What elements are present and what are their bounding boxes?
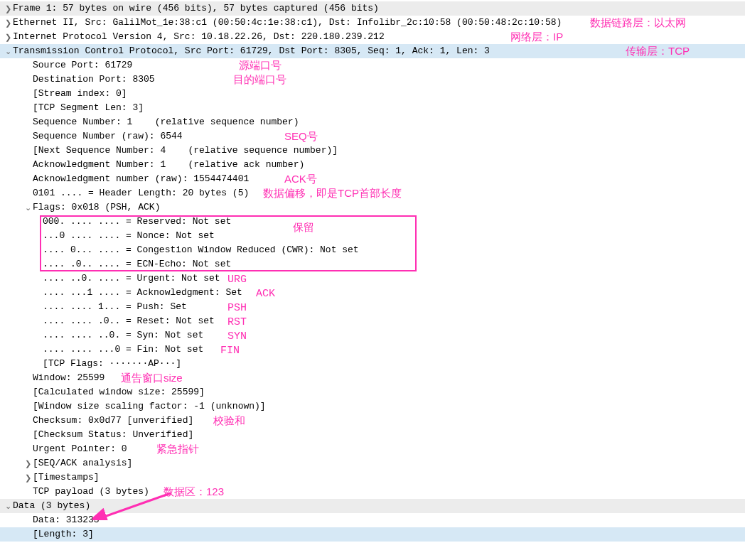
flag-nonce-row[interactable]: ...0 .... .... = Nonce: Not set bbox=[0, 229, 745, 243]
data-length-row[interactable]: [Length: 3] bbox=[0, 527, 745, 542]
flag-cwr-text: .... 0... .... = Congestion Window Reduc… bbox=[43, 243, 359, 257]
ethernet-row[interactable]: ❯ Ethernet II, Src: GalilMot_1e:38:c1 (0… bbox=[0, 16, 745, 30]
chevron-down-icon[interactable]: ⌄ bbox=[3, 44, 13, 58]
calc-window-text: [Calculated window size: 25599] bbox=[33, 385, 205, 399]
source-port-text: Source Port: 61729 bbox=[33, 58, 132, 72]
timestamps-text: [Timestamps] bbox=[33, 470, 100, 485]
win-scale-row[interactable]: [Window size scaling factor: -1 (unknown… bbox=[0, 399, 745, 414]
dest-port-text: Destination Port: 8305 bbox=[33, 72, 155, 87]
chevron-right-icon[interactable]: ❯ bbox=[3, 16, 13, 30]
ethernet-text: Ethernet II, Src: GalilMot_1e:38:c1 (00:… bbox=[13, 16, 562, 30]
flags-row[interactable]: ⌄Flags: 0x018 (PSH, ACK) bbox=[0, 200, 745, 215]
flag-reset-row[interactable]: .... .... .0.. = Reset: Not set bbox=[0, 314, 745, 328]
flag-fin-row[interactable]: .... .... ...0 = Fin: Not set bbox=[0, 343, 745, 357]
ack-number-row[interactable]: Acknowledgment Number: 1 (relative ack n… bbox=[0, 158, 745, 172]
header-len-text: 0101 .... = Header Length: 20 bytes (5) bbox=[33, 186, 249, 200]
frame-row[interactable]: ❯ Frame 1: 57 bytes on wire (456 bits), … bbox=[0, 1, 745, 16]
flag-push-text: .... .... 1... = Push: Set bbox=[43, 300, 187, 314]
flag-ecn-row[interactable]: .... .0.. .... = ECN-Echo: Not set bbox=[0, 257, 745, 271]
flag-urgent-text: .... ..0. .... = Urgent: Not set bbox=[43, 271, 220, 286]
checksum-status-row[interactable]: [Checksum Status: Unverified] bbox=[0, 428, 745, 442]
ip-row[interactable]: ❯ Internet Protocol Version 4, Src: 10.1… bbox=[0, 30, 745, 44]
next-seq-row[interactable]: [Next Sequence Number: 4 (relative seque… bbox=[0, 144, 745, 158]
seq-ack-analysis-row[interactable]: ❯[SEQ/ACK analysis] bbox=[0, 456, 745, 470]
flags-text: Flags: 0x018 (PSH, ACK) bbox=[33, 200, 160, 215]
dest-port-row[interactable]: Destination Port: 8305 bbox=[0, 72, 745, 87]
flag-ecn-text: .... .0.. .... = ECN-Echo: Not set bbox=[43, 257, 231, 271]
flag-push-row[interactable]: .... .... 1... = Push: Set bbox=[0, 300, 745, 314]
window-row[interactable]: Window: 25599 bbox=[0, 371, 745, 385]
data-bytes-row[interactable]: Data: 313233 bbox=[0, 513, 745, 527]
tcp-text: Transmission Control Protocol, Src Port:… bbox=[13, 44, 490, 58]
chevron-down-icon[interactable]: ⌄ bbox=[23, 200, 33, 215]
timestamps-row[interactable]: ❯[Timestamps] bbox=[0, 470, 745, 485]
ack-raw-row[interactable]: Acknowledgment number (raw): 1554474401 bbox=[0, 172, 745, 186]
flag-urgent-row[interactable]: .... ..0. .... = Urgent: Not set bbox=[0, 271, 745, 286]
source-port-row[interactable]: Source Port: 61729 bbox=[0, 58, 745, 72]
stream-index-row[interactable]: [Stream index: 0] bbox=[0, 87, 745, 101]
ack-number-text: Acknowledgment Number: 1 (relative ack n… bbox=[33, 158, 304, 172]
payload-row[interactable]: TCP payload (3 bytes) bbox=[0, 485, 745, 499]
frame-text: Frame 1: 57 bytes on wire (456 bits), 57… bbox=[13, 1, 379, 16]
header-len-row[interactable]: 0101 .... = Header Length: 20 bytes (5) bbox=[0, 186, 745, 200]
payload-text: TCP payload (3 bytes) bbox=[33, 485, 149, 499]
flag-syn-row[interactable]: .... .... ..0. = Syn: Not set bbox=[0, 328, 745, 343]
seq-number-text: Sequence Number: 1 (relative sequence nu… bbox=[33, 115, 299, 129]
data-header-text: Data (3 bytes) bbox=[13, 499, 90, 513]
flag-ack-row[interactable]: .... ...1 .... = Acknowledgment: Set bbox=[0, 286, 745, 300]
chevron-right-icon[interactable]: ❯ bbox=[23, 470, 33, 485]
seq-raw-row[interactable]: Sequence Number (raw): 6544 bbox=[0, 129, 745, 144]
flag-reserved-text: 000. .... .... = Reserved: Not set bbox=[43, 215, 231, 229]
chevron-down-icon[interactable]: ⌄ bbox=[3, 499, 13, 513]
calc-window-row[interactable]: [Calculated window size: 25599] bbox=[0, 385, 745, 399]
segment-len-row[interactable]: [TCP Segment Len: 3] bbox=[0, 101, 745, 115]
chevron-right-icon[interactable]: ❯ bbox=[3, 30, 13, 44]
flag-fin-text: .... .... ...0 = Fin: Not set bbox=[43, 343, 203, 357]
data-length-text: [Length: 3] bbox=[33, 527, 94, 542]
seq-raw-text: Sequence Number (raw): 6544 bbox=[33, 129, 183, 144]
flag-reserved-row[interactable]: 000. .... .... = Reserved: Not set bbox=[0, 215, 745, 229]
checksum-text: Checksum: 0x0d77 [unverified] bbox=[33, 414, 193, 428]
checksum-row[interactable]: Checksum: 0x0d77 [unverified] bbox=[0, 414, 745, 428]
segment-len-text: [TCP Segment Len: 3] bbox=[33, 101, 144, 115]
flag-nonce-text: ...0 .... .... = Nonce: Not set bbox=[43, 229, 215, 243]
win-scale-text: [Window size scaling factor: -1 (unknown… bbox=[33, 399, 266, 414]
flag-syn-text: .... .... ..0. = Syn: Not set bbox=[43, 328, 203, 343]
data-header-row[interactable]: ⌄Data (3 bytes) bbox=[0, 499, 745, 513]
flag-reset-text: .... .... .0.. = Reset: Not set bbox=[43, 314, 215, 328]
seq-ack-analysis-text: [SEQ/ACK analysis] bbox=[33, 456, 132, 470]
next-seq-text: [Next Sequence Number: 4 (relative seque… bbox=[33, 144, 338, 158]
stream-index-text: [Stream index: 0] bbox=[33, 87, 127, 101]
flag-cwr-row[interactable]: .... 0... .... = Congestion Window Reduc… bbox=[0, 243, 745, 257]
chevron-right-icon[interactable]: ❯ bbox=[3, 1, 13, 16]
ack-raw-text: Acknowledgment number (raw): 1554474401 bbox=[33, 172, 249, 186]
data-bytes-text: Data: 313233 bbox=[33, 513, 100, 527]
urgent-ptr-text: Urgent Pointer: 0 bbox=[33, 442, 127, 456]
ip-text: Internet Protocol Version 4, Src: 10.18.… bbox=[13, 30, 385, 44]
urgent-ptr-row[interactable]: Urgent Pointer: 0 bbox=[0, 442, 745, 456]
tcp-flags-text: [TCP Flags: ·······AP···] bbox=[43, 357, 181, 371]
chevron-right-icon[interactable]: ❯ bbox=[23, 456, 33, 470]
window-text: Window: 25599 bbox=[33, 371, 104, 385]
tcp-flags-row[interactable]: [TCP Flags: ·······AP···] bbox=[0, 357, 745, 371]
tcp-row[interactable]: ⌄ Transmission Control Protocol, Src Por… bbox=[0, 44, 745, 58]
checksum-status-text: [Checksum Status: Unverified] bbox=[33, 428, 193, 442]
flag-ack-text: .... ...1 .... = Acknowledgment: Set bbox=[43, 286, 242, 300]
seq-number-row[interactable]: Sequence Number: 1 (relative sequence nu… bbox=[0, 115, 745, 129]
